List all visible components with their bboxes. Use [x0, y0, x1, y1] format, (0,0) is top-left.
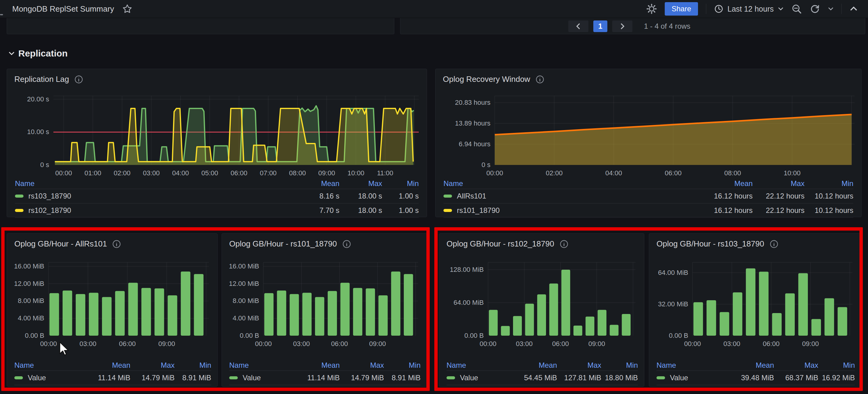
legend-table: Name Mean Max Min Value 39.48 MiB 68.37 … — [656, 360, 855, 385]
series-swatch — [15, 209, 24, 212]
series-toggle[interactable]: Value — [14, 373, 85, 382]
legend-table: Name Mean Max Min Value 11.14 MiB 14.79 … — [14, 360, 211, 385]
legend-header-max[interactable]: Max — [753, 179, 805, 188]
chevron-down-icon — [778, 7, 783, 11]
series-toggle[interactable]: rs103_18790 — [15, 192, 287, 200]
table-pagination: 1 1 - 4 of 4 rows — [568, 21, 690, 32]
legend-row: rs101_18790 16.12 hours 22.12 hours 10.1… — [443, 203, 854, 218]
legend-header-max[interactable]: Max — [130, 361, 175, 370]
max-value: 14.79 MiB — [340, 373, 384, 382]
cutoff-panel-left — [7, 18, 394, 34]
series-toggle[interactable]: Value — [446, 373, 511, 382]
refresh-icon[interactable] — [810, 4, 820, 14]
mean-value: 54.45 MiB — [511, 373, 557, 382]
zoom-out-icon[interactable] — [792, 4, 802, 14]
legend-header-max[interactable]: Max — [557, 361, 601, 370]
legend-header-max[interactable]: Max — [340, 361, 384, 370]
series-swatch — [443, 209, 452, 212]
section-row-replication[interactable]: Replication — [8, 48, 68, 59]
star-icon[interactable] — [122, 4, 132, 14]
mean-value: 8.16 s — [287, 192, 339, 200]
chevron-up-icon[interactable] — [850, 6, 858, 11]
max-value: 18.00 s — [339, 206, 382, 215]
min-value: 10.12 hours — [805, 206, 854, 215]
series-toggle[interactable]: rs101_18790 — [443, 206, 695, 215]
page-1-button[interactable]: 1 — [593, 21, 607, 32]
min-value: 16.92 MiB — [818, 373, 855, 382]
oplog-bars-chart[interactable]: 00:0003:0006:0009:000.00 B4.00 MiB8.00 M… — [224, 260, 423, 351]
min-value: 18.80 MiB — [601, 373, 638, 382]
legend-header-max[interactable]: Max — [774, 361, 818, 370]
share-button[interactable]: Share — [665, 2, 698, 16]
legend-header-mean[interactable]: Mean — [294, 361, 340, 370]
gear-icon[interactable] — [646, 4, 657, 14]
series-toggle[interactable]: AllRs101 — [443, 192, 695, 200]
panel-title[interactable]: Replication Lag — [14, 75, 69, 84]
series-toggle[interactable]: rs102_18790 — [15, 206, 287, 215]
legend-header-min[interactable]: Min — [601, 361, 638, 370]
oplog-bars-chart[interactable]: 00:0003:0006:0009:000.00 B4.00 MiB8.00 M… — [9, 260, 214, 351]
panel-title[interactable]: Oplog Recovery Window — [443, 75, 530, 84]
refresh-interval-chevron-icon[interactable] — [828, 7, 834, 11]
info-icon[interactable] — [112, 240, 121, 248]
legend-header-mean[interactable]: Mean — [728, 361, 774, 370]
panel-title[interactable]: Oplog GB/Hour - AllRs101 — [14, 239, 107, 249]
legend-row: Value 54.45 MiB 127.81 MiB 18.80 MiB — [446, 370, 638, 385]
oplog-bars-chart[interactable]: 00:0003:0006:0009:000.00 B64.00 MiB128.0… — [442, 260, 640, 351]
legend-header-name: Name — [446, 361, 511, 370]
legend-table: Name Mean Max Min AllRs101 16.12 hours 2… — [443, 178, 854, 218]
oplog-recovery-chart[interactable]: 00:0002:0004:0006:0008:0010:000 s6.94 ho… — [442, 93, 859, 182]
legend-table: Name Mean Max Min Value 11.14 MiB 14.79 … — [229, 360, 421, 385]
max-value: 18.00 s — [339, 192, 382, 200]
info-icon[interactable] — [770, 240, 778, 248]
min-value: 10.12 hours — [805, 192, 854, 200]
top-nav-bar: MongoDB ReplSet Summary Share — [0, 0, 868, 18]
panel-title[interactable]: Oplog GB/Hour - rs102_18790 — [446, 239, 554, 249]
info-icon[interactable] — [560, 240, 568, 248]
legend-header-mean[interactable]: Mean — [511, 361, 557, 370]
info-icon[interactable] — [536, 75, 544, 84]
series-toggle[interactable]: Value — [229, 373, 294, 382]
panel-title[interactable]: Oplog GB/Hour - rs101_18790 — [229, 239, 337, 249]
max-value: 22.12 hours — [753, 192, 805, 200]
section-title: Replication — [18, 48, 68, 59]
toolbar-divider — [706, 4, 706, 14]
series-swatch — [656, 376, 665, 379]
max-value: 127.81 MiB — [557, 373, 601, 382]
legend-header-min[interactable]: Min — [805, 179, 854, 188]
mean-value: 11.14 MiB — [85, 373, 130, 382]
info-icon[interactable] — [342, 240, 351, 248]
legend-header-name: Name — [229, 361, 294, 370]
legend-row: rs102_18790 7.70 s 18.00 s 1.00 s — [15, 203, 419, 218]
legend-header-mean[interactable]: Mean — [85, 361, 130, 370]
legend-header-mean[interactable]: Mean — [287, 179, 339, 188]
legend-header-mean[interactable]: Mean — [695, 179, 753, 188]
dashboard-title: MongoDB ReplSet Summary — [12, 4, 114, 14]
legend-header-min[interactable]: Min — [175, 361, 211, 370]
min-value: 8.91 MiB — [175, 373, 211, 382]
prev-page-button[interactable] — [568, 21, 588, 32]
time-range-label: Last 12 hours — [727, 5, 774, 13]
panel-title[interactable]: Oplog GB/Hour - rs103_18790 — [656, 239, 764, 249]
oplog-bars-chart[interactable]: 00:0003:0006:0009:000.00 B32.00 MiB64.00… — [652, 260, 857, 351]
legend-header-min[interactable]: Min — [818, 361, 855, 370]
replication-lag-chart[interactable]: 00:0001:0002:0003:0004:0005:0006:0007:00… — [14, 93, 424, 182]
mean-value: 16.12 hours — [695, 206, 753, 215]
legend-header-min[interactable]: Min — [384, 361, 421, 370]
mean-value: 11.14 MiB — [294, 373, 340, 382]
time-range-picker[interactable]: Last 12 hours — [714, 4, 784, 13]
series-toggle[interactable]: Value — [656, 373, 728, 382]
legend-header-name: Name — [443, 179, 695, 188]
legend-header-max[interactable]: Max — [339, 179, 382, 188]
panel-replication-lag: Replication Lag 00:0001:0002:0003:0004:0… — [7, 69, 427, 217]
panel-oplog-rs102: Oplog GB/Hour - rs102_18790 00:0003:0006… — [439, 233, 644, 387]
info-icon[interactable] — [74, 75, 83, 84]
legend-header-min[interactable]: Min — [382, 179, 419, 188]
legend-row: rs103_18790 8.16 s 18.00 s 1.00 s — [15, 189, 419, 203]
legend-row: Value 11.14 MiB 14.79 MiB 8.91 MiB — [14, 370, 211, 385]
panel-oplog-rs101: Oplog GB/Hour - rs101_18790 00:0003:0006… — [222, 233, 427, 387]
legend-header-name: Name — [15, 179, 287, 188]
clock-icon — [714, 4, 723, 13]
max-value: 22.12 hours — [753, 206, 805, 215]
next-page-button[interactable] — [612, 21, 632, 32]
